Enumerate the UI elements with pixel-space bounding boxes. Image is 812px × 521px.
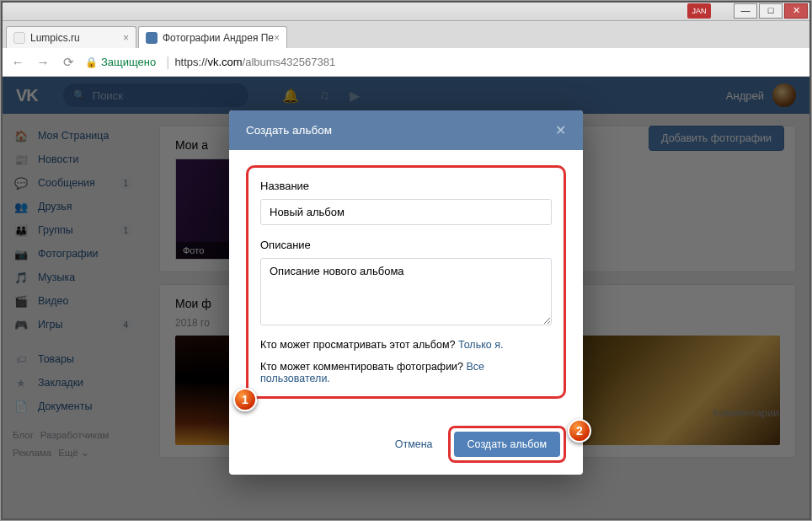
browser-tab-strip: Lumpics.ru × Фотографии Андрея Пе × [1,21,811,48]
close-icon[interactable]: ✕ [555,122,566,138]
create-album-modal: Создать альбом ✕ Название Описание Описа… [229,110,583,475]
callout-marker-2: 2 [568,419,591,443]
annotation-box-1: Название Описание Описание нового альбом… [246,165,566,399]
modal-footer: Отмена Создать альбом 2 [229,414,583,475]
favicon-vk [146,32,158,44]
album-name-input[interactable] [260,199,552,225]
browser-url-bar: ← → ⟳ Защищено | https://vk.com/albums43… [1,48,811,77]
window-minimize[interactable]: — [734,3,757,19]
nav-back-icon[interactable]: ← [9,55,26,69]
create-album-button[interactable]: Создать альбом [454,432,560,457]
privacy-comment-row: Кто может комментировать фотографии? Все… [260,361,552,384]
privacy-view-link[interactable]: Только я. [458,339,503,351]
tab-label: Фотографии Андрея Пе [163,32,274,44]
tab-label: Lumpics.ru [30,32,80,44]
cancel-button[interactable]: Отмена [395,438,433,450]
album-desc-input[interactable]: Описание нового альбома [260,258,552,325]
url-text[interactable]: https://vk.com/albums432567381 [174,56,335,68]
nav-reload-icon[interactable]: ⟳ [60,55,77,70]
vk-page: VK Поиск 🔔 ♫ ▶ Андрей 🏠Моя Страница 📰Нов… [1,77,811,521]
extension-badge[interactable]: JAN [687,3,711,19]
modal-title: Создать альбом [246,124,332,137]
privacy-view-row: Кто может просматривать этот альбом? Тол… [260,339,552,351]
window-maximize[interactable]: □ [759,3,783,19]
tab-vk-photos[interactable]: Фотографии Андрея Пе × [138,26,287,48]
favicon-generic [13,32,25,44]
name-label: Название [260,180,552,192]
secure-indicator[interactable]: Защищено [85,56,156,68]
modal-header: Создать альбом ✕ [229,110,583,150]
desc-label: Описание [260,239,552,251]
tab-close-icon[interactable]: × [123,32,129,44]
window-titlebar: JAN — □ ✕ [1,1,811,21]
tab-close-icon[interactable]: × [274,32,280,44]
annotation-box-2: Создать альбом [448,426,566,463]
modal-overlay[interactable]: Создать альбом ✕ Название Описание Описа… [1,77,811,521]
tab-lumpics[interactable]: Lumpics.ru × [6,26,136,48]
nav-forward-icon[interactable]: → [35,55,51,69]
window-close[interactable]: ✕ [784,3,808,19]
callout-marker-1: 1 [233,388,257,411]
